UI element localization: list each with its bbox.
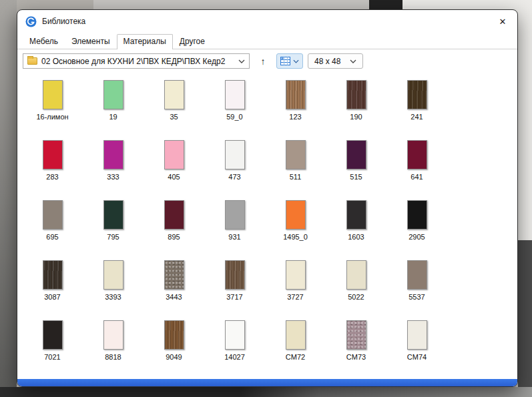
- material-swatch[interactable]: [103, 260, 123, 290]
- material-swatch[interactable]: [164, 140, 184, 169]
- material-swatch[interactable]: [164, 320, 184, 350]
- material-item[interactable]: 19: [83, 80, 144, 140]
- material-swatch[interactable]: [164, 80, 184, 109]
- material-swatch[interactable]: [286, 140, 306, 169]
- material-item[interactable]: 3717: [204, 260, 265, 320]
- material-item[interactable]: 405: [144, 140, 204, 200]
- folder-path-combobox[interactable]: 02 Основное для КУХНИ 2\ПВХ КЕДР\ПВХ Кед…: [23, 53, 250, 69]
- icon-size-combobox[interactable]: 48 x 48: [308, 53, 363, 69]
- material-item[interactable]: 35: [144, 80, 204, 140]
- material-item[interactable]: 3727: [265, 260, 326, 320]
- up-folder-button[interactable]: ↑: [254, 53, 272, 69]
- material-item[interactable]: 1603: [326, 200, 386, 260]
- material-swatch[interactable]: [103, 200, 123, 230]
- material-swatch[interactable]: [43, 320, 63, 350]
- tab-2[interactable]: Элементы: [65, 34, 117, 49]
- folder-path-text: 02 Основное для КУХНИ 2\ПВХ КЕДР\ПВХ Кед…: [41, 57, 234, 66]
- material-label: 123: [289, 113, 301, 121]
- material-label: 3727: [287, 293, 303, 301]
- tab-3[interactable]: Материалы: [117, 34, 173, 49]
- material-label: 3393: [105, 293, 121, 301]
- material-item[interactable]: 3443: [144, 260, 204, 320]
- material-label: 3087: [44, 293, 60, 301]
- material-swatch[interactable]: [225, 200, 245, 230]
- material-item[interactable]: 795: [83, 200, 144, 260]
- view-mode-button[interactable]: [276, 53, 303, 69]
- material-item[interactable]: 895: [144, 200, 204, 260]
- material-item[interactable]: 7021: [22, 320, 83, 379]
- material-swatch[interactable]: [225, 320, 245, 350]
- material-swatch[interactable]: [286, 320, 306, 350]
- material-item[interactable]: 515: [326, 140, 386, 200]
- material-swatch[interactable]: [43, 140, 63, 169]
- material-item[interactable]: 5022: [326, 260, 386, 320]
- material-swatch[interactable]: [346, 140, 366, 169]
- material-item[interactable]: 241: [386, 80, 447, 140]
- desktop-bg-block: [518, 240, 532, 397]
- material-swatch[interactable]: [407, 320, 427, 350]
- material-swatch[interactable]: [286, 80, 306, 109]
- material-swatch[interactable]: [346, 80, 366, 109]
- material-item[interactable]: 190: [326, 80, 386, 140]
- desktop-bg-block: [369, 0, 403, 9]
- chevron-down-icon: [238, 59, 245, 63]
- material-item[interactable]: 641: [386, 140, 447, 200]
- material-swatch[interactable]: [346, 200, 366, 230]
- material-swatch[interactable]: [225, 140, 245, 169]
- material-item[interactable]: 511: [265, 140, 326, 200]
- material-label: 2905: [409, 233, 425, 241]
- material-swatch[interactable]: [103, 80, 123, 109]
- window-bottom-accent: [17, 379, 517, 386]
- material-label: 641: [411, 173, 423, 181]
- material-item[interactable]: 695: [22, 200, 83, 260]
- material-swatch[interactable]: [164, 260, 184, 290]
- material-item[interactable]: 5537: [386, 260, 447, 320]
- material-swatch[interactable]: [103, 320, 123, 350]
- material-item[interactable]: 931: [204, 200, 265, 260]
- material-swatch[interactable]: [407, 260, 427, 290]
- tab-4[interactable]: Другое: [173, 34, 212, 49]
- material-item[interactable]: 3393: [83, 260, 144, 320]
- material-swatch[interactable]: [346, 260, 366, 290]
- library-window: Библиотека ✕ МебельЭлементыМатериалыДруг…: [17, 9, 518, 387]
- material-label: 333: [107, 173, 119, 181]
- material-item[interactable]: 8818: [83, 320, 144, 379]
- material-item[interactable]: 333: [83, 140, 144, 200]
- material-item[interactable]: 9049: [144, 320, 204, 379]
- close-button[interactable]: ✕: [488, 10, 517, 33]
- material-item[interactable]: 14027: [204, 320, 265, 379]
- material-item[interactable]: CM73: [326, 320, 386, 379]
- material-swatch[interactable]: [225, 260, 245, 290]
- material-item[interactable]: 2905: [386, 200, 447, 260]
- material-item[interactable]: 283: [22, 140, 83, 200]
- material-swatch[interactable]: [407, 140, 427, 169]
- icon-size-value: 48 x 48: [314, 57, 340, 66]
- material-item[interactable]: 3087: [22, 260, 83, 320]
- material-swatch[interactable]: [286, 260, 306, 290]
- material-swatch[interactable]: [164, 200, 184, 230]
- material-item[interactable]: 473: [204, 140, 265, 200]
- material-item[interactable]: CM74: [386, 320, 447, 379]
- tab-1[interactable]: Мебель: [23, 34, 65, 49]
- material-swatch[interactable]: [43, 260, 63, 290]
- material-label: 515: [350, 173, 362, 181]
- material-label: 931: [228, 233, 240, 241]
- material-item[interactable]: 59_0: [204, 80, 265, 140]
- material-item[interactable]: 1495_0: [265, 200, 326, 260]
- material-item[interactable]: 123: [265, 80, 326, 140]
- chevron-down-icon: [350, 59, 356, 63]
- material-item[interactable]: 16-лимон: [22, 80, 83, 140]
- material-swatch[interactable]: [103, 140, 123, 169]
- material-swatch[interactable]: [225, 80, 245, 109]
- material-item[interactable]: CM72: [265, 320, 326, 379]
- material-swatch[interactable]: [346, 320, 366, 350]
- material-swatch[interactable]: [407, 80, 427, 109]
- material-label: 1603: [348, 233, 364, 241]
- title-bar[interactable]: Библиотека ✕: [17, 10, 517, 33]
- material-swatch[interactable]: [43, 200, 63, 230]
- material-swatch[interactable]: [43, 80, 63, 109]
- material-label: 1495_0: [283, 233, 308, 241]
- material-swatch[interactable]: [407, 200, 427, 230]
- material-swatch[interactable]: [286, 200, 306, 230]
- material-label: 59_0: [226, 113, 242, 121]
